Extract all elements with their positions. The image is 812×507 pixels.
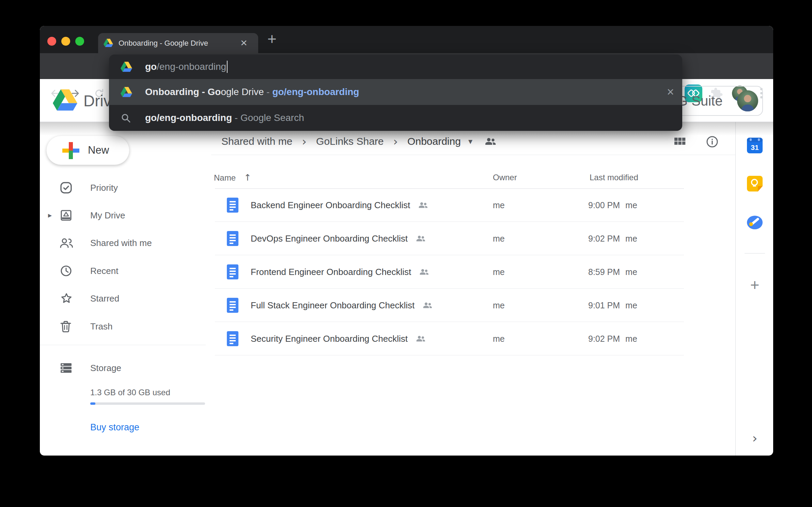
- suggestion-drive-onboarding[interactable]: Onboarding - Google Drive - go/eng-onboa…: [109, 79, 682, 105]
- breadcrumb-separator-icon: ›: [393, 135, 398, 148]
- tab-strip: Onboarding - Google Drive × +: [40, 26, 773, 53]
- breadcrumb-shared-with-me[interactable]: Shared with me: [221, 136, 292, 147]
- expand-arrow-icon[interactable]: ▸: [48, 205, 52, 226]
- priority-icon: [60, 181, 73, 194]
- file-row[interactable]: Backend Engineer Onboarding Checklist me…: [215, 188, 684, 222]
- file-modified-cell: 9:02 PM me: [588, 322, 637, 355]
- my-drive-icon: [60, 209, 73, 222]
- drive-logo-icon: [53, 89, 77, 111]
- suggestion-search-label: Google Search: [240, 112, 304, 123]
- suggestion-title-rest: ogle Drive: [221, 87, 264, 97]
- sidebar-item-my-drive[interactable]: ▸ My Drive: [40, 205, 206, 226]
- file-modified-by: me: [625, 301, 637, 310]
- shared-people-icon: [60, 237, 73, 249]
- omnibox[interactable]: go/eng-onboarding: [109, 55, 682, 79]
- file-row[interactable]: Security Engineer Onboarding Checklist m…: [215, 322, 684, 355]
- sidebar-item-starred[interactable]: Starred: [40, 288, 206, 309]
- file-modified-time: 9:01 PM: [588, 301, 620, 310]
- new-button[interactable]: New: [46, 136, 129, 165]
- google-calendar-icon[interactable]: 31: [747, 138, 763, 153]
- breadcrumb-golinks-share[interactable]: GoLinks Share: [316, 136, 384, 147]
- storage-icon: [60, 362, 73, 374]
- file-owner: me: [493, 322, 505, 355]
- new-button-label: New: [88, 136, 109, 165]
- sidebar-label: Priority: [90, 177, 118, 198]
- new-tab-button[interactable]: +: [267, 26, 277, 53]
- account-avatar[interactable]: [737, 90, 758, 111]
- star-icon: [60, 292, 73, 305]
- file-modified-time: 9:02 PM: [588, 234, 620, 244]
- file-modified-by: me: [625, 200, 637, 210]
- sidebar-item-trash[interactable]: Trash: [40, 316, 206, 337]
- remove-suggestion-icon[interactable]: ×: [667, 79, 674, 105]
- omnibox-completion-text: /eng-onboarding: [157, 61, 226, 72]
- file-modified-by: me: [625, 267, 637, 277]
- breadcrumb-separator-icon: ›: [302, 135, 307, 148]
- traffic-light-zoom[interactable]: [75, 37, 84, 46]
- sidebar-item-priority[interactable]: Priority: [40, 177, 206, 198]
- column-header-name[interactable]: Name↑: [214, 166, 251, 189]
- column-header-owner[interactable]: Owner: [493, 166, 517, 189]
- suggestion-text: Onboarding - Google Drive - go/eng-onboa…: [145, 79, 359, 105]
- breadcrumb-divider: [211, 155, 735, 155]
- google-doc-icon: [227, 198, 238, 213]
- storage-progress-fill: [90, 402, 95, 405]
- add-panel-app-icon[interactable]: +: [747, 276, 763, 294]
- suggestion-google-search[interactable]: go/eng-onboarding - Google Search: [109, 105, 682, 131]
- google-plus-icon: [62, 142, 79, 159]
- google-keep-icon[interactable]: [747, 176, 763, 191]
- sidebar-label: Shared with me: [90, 232, 152, 253]
- grid-view-icon[interactable]: [672, 134, 687, 149]
- browser-window: Onboarding - Google Drive × +: [40, 26, 773, 456]
- file-modified-time: 9:02 PM: [588, 334, 620, 344]
- file-row[interactable]: Full Stack Engineer Onboarding Checklist…: [215, 289, 684, 322]
- suggestion-separator: -: [232, 112, 240, 123]
- sidebar-label: Trash: [90, 316, 113, 337]
- file-modified-time: 8:59 PM: [588, 267, 620, 277]
- folder-dropdown-caret-icon[interactable]: ▾: [468, 137, 472, 146]
- storage-usage-text: 1.3 GB of 30 GB used: [90, 382, 170, 403]
- sidebar-item-shared-with-me[interactable]: Shared with me: [40, 232, 206, 253]
- file-row[interactable]: Frontend Engineer Onboarding Checklist m…: [215, 255, 684, 289]
- desktop: Onboarding - Google Drive × +: [0, 0, 812, 507]
- traffic-light-minimize[interactable]: [61, 37, 70, 46]
- google-doc-icon: [227, 298, 238, 313]
- column-header-last-modified[interactable]: Last modified: [590, 166, 638, 189]
- file-modified-cell: 9:00 PM me: [588, 188, 637, 222]
- breadcrumb-onboarding[interactable]: Onboarding: [407, 136, 461, 147]
- omnibox-input[interactable]: go/eng-onboarding: [145, 55, 228, 79]
- file-name: Backend Engineer Onboarding Checklist: [251, 200, 410, 211]
- clock-icon: [60, 264, 73, 277]
- drive-favicon-icon: [121, 87, 132, 97]
- text-cursor: [227, 61, 228, 73]
- info-icon[interactable]: [705, 134, 720, 149]
- file-name-cell: Frontend Engineer Onboarding Checklist: [227, 255, 430, 289]
- file-name: DevOps Engineer Onboarding Checklist: [251, 233, 408, 244]
- tab-close-icon[interactable]: ×: [237, 33, 251, 53]
- file-name: Security Engineer Onboarding Checklist: [251, 334, 408, 344]
- suggestion-text: go/eng-onboarding - Google Search: [145, 105, 304, 131]
- buy-storage-link[interactable]: Buy storage: [90, 417, 139, 437]
- file-name-cell: DevOps Engineer Onboarding Checklist: [227, 222, 426, 255]
- file-modified-cell: 8:59 PM me: [588, 255, 637, 289]
- suggestion-separator: -: [264, 87, 272, 97]
- drive-favicon-icon: [104, 39, 113, 47]
- file-row[interactable]: DevOps Engineer Onboarding Checklist me …: [215, 222, 684, 255]
- shared-indicator-icon: [418, 202, 428, 209]
- browser-tab[interactable]: Onboarding - Google Drive ×: [98, 33, 258, 53]
- sidebar-item-storage[interactable]: Storage: [40, 357, 206, 379]
- sidebar-item-recent[interactable]: Recent: [40, 260, 206, 281]
- file-owner: me: [493, 289, 505, 322]
- shared-indicator-icon: [416, 335, 426, 342]
- sidebar-divider: [40, 345, 206, 345]
- collapse-panel-chevron-icon[interactable]: ›: [747, 428, 763, 448]
- file-name-cell: Full Stack Engineer Onboarding Checklist: [227, 289, 433, 322]
- traffic-light-close[interactable]: [47, 37, 56, 46]
- gsuite-label: G Suite: [677, 87, 722, 115]
- suggestion-url: go/eng-onboarding: [272, 87, 359, 97]
- google-doc-icon: [227, 231, 238, 246]
- breadcrumb: Shared with me › GoLinks Share › Onboard…: [221, 129, 497, 153]
- tab-title: Onboarding - Google Drive: [119, 33, 208, 53]
- suggestion-query: go/eng-onboarding: [145, 112, 232, 123]
- google-tasks-icon[interactable]: [747, 215, 763, 230]
